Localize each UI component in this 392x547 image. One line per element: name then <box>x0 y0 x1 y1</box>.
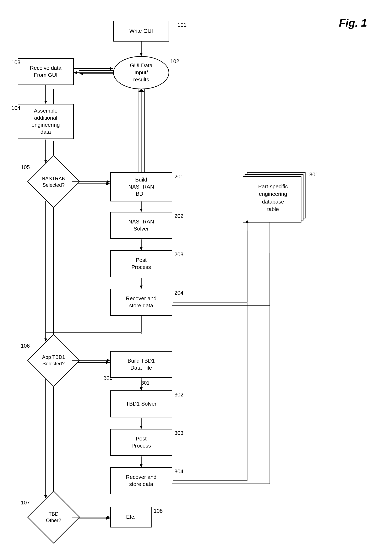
svg-marker-76 <box>107 516 110 519</box>
label-301-db: 301 <box>309 171 318 178</box>
label-106: 106 <box>21 343 30 349</box>
label-302: 302 <box>174 391 183 398</box>
label-203: 203 <box>174 251 183 258</box>
label-201: 201 <box>174 173 183 180</box>
recover-store-304-box: Recover andstore data <box>110 467 172 494</box>
nastran-solver-label: NASTRANSolver <box>128 218 154 232</box>
db-table-box: Part-specificengineeringdatabasetable <box>243 170 309 228</box>
etc-label: Etc. <box>126 513 135 521</box>
label-103: 103 <box>11 59 20 66</box>
svg-marker-66 <box>140 387 143 390</box>
label-301-build: 301 <box>141 380 149 386</box>
recover-store-304-label: Recover andstore data <box>126 474 156 488</box>
app-tbd1-label: App TBD1Selected? <box>42 354 65 367</box>
svg-marker-11 <box>106 182 110 185</box>
svg-marker-84 <box>110 67 113 70</box>
tbd1-solver-box: TBD1 Solver <box>110 390 172 417</box>
receive-data-label: Receive dataFrom GUI <box>30 65 61 79</box>
write-gui-label: Write GUI <box>129 28 153 35</box>
recover-store-204-label: Recover andstore data <box>126 295 156 309</box>
etc-box: Etc. <box>110 507 152 527</box>
label-105: 105 <box>21 164 30 171</box>
label-303: 303 <box>174 430 183 436</box>
db-table-label: Part-specificengineeringdatabasetable <box>245 183 301 213</box>
svg-marker-57 <box>140 286 143 289</box>
svg-marker-51 <box>107 180 110 183</box>
svg-marker-68 <box>140 426 143 429</box>
nastran-selected-diamond: NASTRANSelected? <box>35 163 72 200</box>
build-nastran-bdf-box: BuildNASTRANBDF <box>110 172 172 201</box>
receive-data-box: Receive dataFrom GUI <box>18 58 74 85</box>
post-process-203-box: PostProcess <box>110 250 172 277</box>
svg-marker-55 <box>140 247 143 250</box>
build-tbd1-box: Build TBD1Data File <box>110 351 172 378</box>
nastran-selected-label: NASTRANSelected? <box>42 175 66 188</box>
build-tbd1-label: Build TBD1Data File <box>128 357 155 371</box>
label-204: 204 <box>174 290 183 296</box>
label-104: 104 <box>11 105 20 111</box>
svg-marker-70 <box>140 464 143 467</box>
nastran-solver-box: NASTRANSolver <box>110 212 172 239</box>
gui-data-ellipse: GUI DataInput/results <box>113 56 169 89</box>
post-process-203-label: PostProcess <box>131 257 151 271</box>
svg-marker-45 <box>74 71 77 74</box>
label-101: 101 <box>177 22 186 28</box>
svg-marker-25 <box>106 361 110 364</box>
gui-data-label: GUI DataInput/results <box>130 62 152 83</box>
label-107: 107 <box>21 499 30 506</box>
tbd1-solver-label: TBD1 Solver <box>126 400 156 407</box>
tbd-other-label: TBDOther? <box>46 511 61 524</box>
label-102: 102 <box>170 58 179 65</box>
svg-marker-43 <box>140 53 143 56</box>
tbd-other-diamond: TBDOther? <box>35 499 72 536</box>
label-202: 202 <box>174 213 183 219</box>
post-process-303-label: PostProcess <box>131 435 151 449</box>
build-nastran-bdf-label: BuildNASTRANBDF <box>128 176 154 197</box>
svg-marker-64 <box>107 359 110 362</box>
assemble-data-box: Assembleadditionalengineeringdata <box>18 104 74 139</box>
svg-marker-37 <box>106 517 110 520</box>
label-108: 108 <box>154 508 162 514</box>
write-gui-box: Write GUI <box>113 21 169 41</box>
label-304: 304 <box>174 468 183 475</box>
diagram-container: Write GUI 101 GUI DataInput/results 102 … <box>0 0 392 547</box>
svg-marker-47 <box>44 101 47 104</box>
svg-marker-82 <box>138 89 144 92</box>
figure-title: Fig. 1 <box>339 17 367 29</box>
post-process-303-box: PostProcess <box>110 429 172 456</box>
app-tbd1-selected-diamond: App TBD1Selected? <box>35 342 72 379</box>
recover-store-204-box: Recover andstore data <box>110 289 172 316</box>
svg-marker-5 <box>80 72 83 75</box>
svg-marker-53 <box>140 209 143 212</box>
assemble-data-label: Assembleadditionalengineeringdata <box>32 107 60 135</box>
